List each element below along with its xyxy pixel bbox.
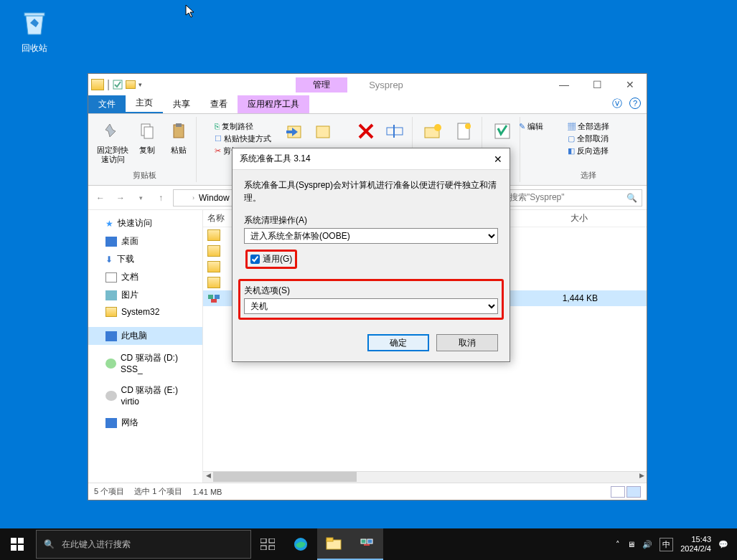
sidebar-item-thispc[interactable]: 此电脑 — [88, 327, 202, 345]
newitem-button[interactable] — [451, 118, 477, 144]
paste-button[interactable]: 粘贴 — [166, 118, 192, 164]
generalize-checkbox[interactable]: 通用(G) — [245, 250, 297, 269]
task-view-button[interactable] — [251, 528, 284, 560]
folder-icon — [326, 537, 342, 550]
sidebar-item-quick-access[interactable]: ★快速访问 — [88, 214, 202, 232]
mouse-cursor — [185, 4, 195, 19]
back-button[interactable]: ← — [93, 190, 108, 206]
up-button[interactable]: ↑ — [153, 190, 169, 206]
taskbar-sysprep[interactable] — [350, 528, 383, 560]
select-all-button[interactable]: ▦ 全部选择 — [568, 121, 609, 132]
checkbox-icon[interactable] — [113, 80, 123, 90]
view-icons-button[interactable] — [626, 486, 641, 498]
svg-point-11 — [434, 124, 441, 131]
paste-icon — [169, 121, 189, 141]
pin-button[interactable]: 固定到快 速访问 — [97, 118, 128, 164]
status-bar: 5 个项目 选中 1 个项目 1.41 MB — [88, 483, 647, 500]
cleanup-select[interactable]: 进入系统全新体验(OOBE) — [244, 228, 498, 244]
ok-button[interactable]: 确定 — [367, 334, 429, 351]
svg-rect-16 — [215, 295, 220, 299]
minimize-button[interactable]: — — [548, 74, 581, 95]
tab-app-tools[interactable]: 应用程序工具 — [238, 95, 309, 113]
search-input[interactable]: 搜索"Sysprep" 🔍 — [504, 189, 642, 207]
sidebar-item-cd-d[interactable]: CD 驱动器 (D:) SSS_ — [88, 349, 202, 377]
taskbar-explorer[interactable] — [317, 528, 350, 560]
sidebar-item-downloads[interactable]: ⬇下载 — [88, 250, 202, 268]
close-button[interactable]: ✕ — [614, 74, 647, 95]
select-none-button[interactable]: ▢ 全部取消 — [568, 133, 609, 144]
help-icon[interactable]: ? — [629, 98, 641, 109]
properties-icon — [492, 121, 512, 141]
sidebar-item-documents[interactable]: 文档 — [88, 268, 202, 286]
folder-small-icon — [126, 80, 136, 89]
taskbar-search[interactable]: 🔍 在此键入进行搜索 — [36, 530, 251, 559]
search-icon[interactable]: 🔍 — [626, 193, 637, 203]
sidebar-item-network[interactable]: 网络 — [88, 414, 202, 432]
paste-shortcut-button[interactable]: ☐ 粘贴快捷方式 — [215, 133, 271, 144]
column-size[interactable]: 大小 — [559, 212, 588, 224]
moveto-button[interactable] — [283, 118, 309, 144]
select-group-label: 选择 — [581, 170, 596, 181]
dialog-close-button[interactable]: ✕ — [494, 153, 502, 165]
status-item-count: 5 个项目 — [94, 486, 124, 497]
svg-rect-18 — [11, 538, 17, 544]
copyto-button[interactable] — [311, 118, 337, 144]
recycle-bin[interactable]: 回收站 — [13, 9, 56, 54]
sidebar-item-system32[interactable]: System32 — [88, 304, 202, 320]
forward-button[interactable]: → — [113, 190, 128, 206]
generalize-checkbox-input[interactable] — [250, 255, 260, 264]
explorer-titlebar[interactable]: | ▾ 管理 Sysprep — ☐ ✕ — [88, 74, 647, 95]
horizontal-scrollbar[interactable]: ◀ ▶ — [203, 471, 647, 483]
status-size: 1.41 MB — [192, 488, 222, 496]
sidebar-item-desktop[interactable]: 桌面 — [88, 232, 202, 250]
tray-ime[interactable]: 中 — [659, 538, 673, 551]
tab-share[interactable]: 共享 — [163, 95, 200, 113]
svg-rect-7 — [316, 126, 329, 138]
rename-button[interactable] — [382, 118, 408, 144]
taskbar-edge[interactable] — [284, 528, 317, 560]
sidebar-item-pictures[interactable]: 图片 — [88, 286, 202, 304]
notification-center-icon[interactable]: 💬 — [718, 540, 728, 549]
tray-expand-icon[interactable]: ˄ — [616, 540, 620, 549]
properties-button[interactable] — [489, 118, 515, 144]
tab-home[interactable]: 主页 — [126, 94, 163, 113]
manage-context-tab[interactable]: 管理 — [296, 77, 347, 92]
start-button[interactable] — [0, 528, 34, 560]
recycle-bin-label: 回收站 — [13, 42, 56, 54]
taskbar: 🔍 在此键入进行搜索 ˄ 🖥 🔊 中 15:43 2024/2/4 💬 — [0, 528, 737, 560]
svg-rect-24 — [260, 546, 266, 550]
edit-button[interactable]: ✎ 编辑 — [519, 121, 543, 132]
newfolder-button[interactable] — [420, 118, 446, 144]
delete-button[interactable] — [353, 118, 379, 144]
taskbar-search-placeholder: 在此键入进行搜索 — [62, 538, 131, 551]
shutdown-label: 关机选项(S) — [244, 285, 498, 297]
recent-dropdown[interactable]: ▾ — [133, 190, 149, 206]
qat-dropdown-icon[interactable]: ▾ — [139, 81, 142, 88]
file-size: 1,444 KB — [555, 293, 598, 303]
tray-volume-icon[interactable]: 🔊 — [642, 540, 652, 549]
search-icon: 🔍 — [44, 539, 55, 549]
svg-rect-0 — [24, 13, 44, 16]
svg-rect-30 — [367, 539, 372, 544]
svg-rect-23 — [269, 538, 275, 543]
rename-icon — [384, 120, 405, 142]
tray-network-icon[interactable]: 🖥 — [627, 540, 635, 549]
svg-rect-22 — [260, 538, 266, 543]
tab-view[interactable]: 查看 — [200, 95, 238, 113]
cancel-button[interactable]: 取消 — [436, 334, 498, 351]
shutdown-select[interactable]: 关机 — [244, 298, 498, 314]
tab-file[interactable]: 文件 — [88, 95, 126, 113]
sysprep-icon — [360, 536, 374, 551]
taskbar-clock[interactable]: 15:43 2024/2/4 — [680, 535, 711, 554]
invert-selection-button[interactable]: ◧ 反向选择 — [568, 146, 609, 156]
sidebar-item-cd-e[interactable]: CD 驱动器 (E:) virtio — [88, 381, 202, 409]
svg-point-13 — [465, 123, 471, 129]
view-details-button[interactable] — [611, 486, 625, 498]
delete-icon — [355, 120, 377, 142]
copy-button[interactable]: 复制 — [134, 118, 160, 164]
ribbon-collapse-icon[interactable]: ⓥ — [612, 98, 622, 110]
breadcrumb[interactable]: Window — [199, 193, 230, 203]
copy-path-button[interactable]: ⎘ 复制路径 — [215, 121, 271, 132]
maximize-button[interactable]: ☐ — [581, 74, 614, 95]
exe-icon — [207, 293, 220, 304]
